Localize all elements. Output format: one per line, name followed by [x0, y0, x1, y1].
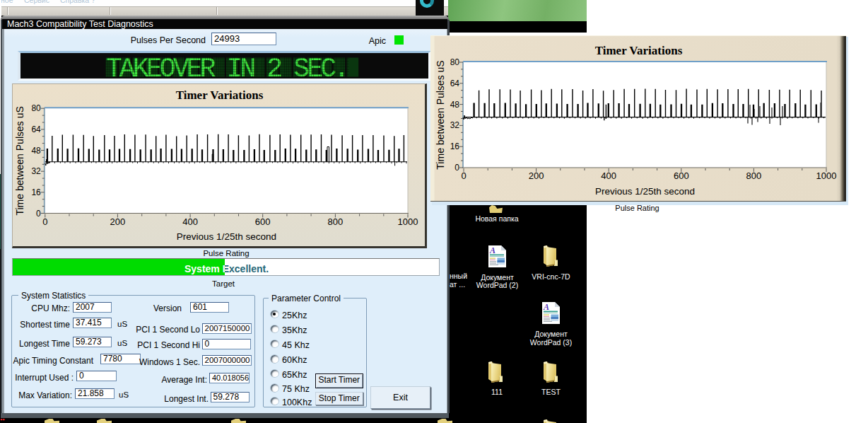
- svg-text:80: 80: [450, 57, 460, 67]
- svg-text:0: 0: [461, 170, 466, 181]
- svg-text:Time between Pulses uS: Time between Pulses uS: [435, 60, 446, 169]
- svg-text:16: 16: [450, 141, 460, 151]
- svg-text:64: 64: [31, 124, 41, 134]
- svg-text:32: 32: [450, 120, 460, 130]
- svg-text:16: 16: [31, 187, 41, 197]
- svg-text:A: A: [543, 302, 549, 312]
- svg-text:200: 200: [529, 170, 544, 181]
- svg-text:800: 800: [328, 216, 344, 227]
- svg-text:Timer Variations: Timer Variations: [176, 88, 264, 102]
- svg-text:600: 600: [255, 216, 271, 227]
- svg-text:200: 200: [110, 216, 126, 227]
- svg-text:0: 0: [36, 209, 41, 219]
- svg-text:1000: 1000: [816, 170, 837, 181]
- svg-text:48: 48: [31, 146, 41, 156]
- svg-text:400: 400: [182, 216, 198, 227]
- svg-text:A: A: [489, 245, 495, 255]
- svg-text:Previous 1/25th second: Previous 1/25th second: [177, 231, 276, 242]
- svg-text:Timer Variations: Timer Variations: [595, 44, 683, 57]
- svg-text:800: 800: [746, 170, 762, 181]
- svg-text:64: 64: [450, 79, 460, 88]
- svg-text:0: 0: [42, 216, 47, 227]
- svg-text:Time between Pulses uS: Time between Pulses uS: [14, 106, 25, 215]
- svg-text:600: 600: [674, 170, 689, 181]
- svg-text:80: 80: [31, 103, 41, 113]
- svg-text:1000: 1000: [398, 216, 418, 227]
- svg-text:32: 32: [31, 166, 41, 176]
- svg-text:48: 48: [450, 100, 460, 110]
- svg-text:Previous 1/25th second: Previous 1/25th second: [595, 186, 695, 197]
- svg-text:0: 0: [454, 163, 459, 173]
- svg-text:400: 400: [601, 170, 616, 181]
